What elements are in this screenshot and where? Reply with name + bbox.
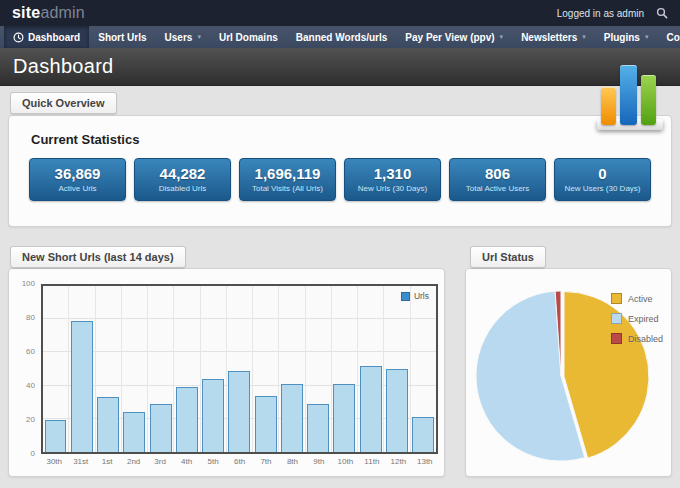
legend-item-active: Active bbox=[611, 293, 663, 304]
page-header: Dashboard bbox=[0, 48, 680, 86]
logo-primary: site bbox=[12, 4, 40, 21]
nav-item-short-urls[interactable]: Short Urls bbox=[89, 26, 155, 48]
clock-icon bbox=[13, 32, 24, 43]
bar-6th[interactable] bbox=[228, 371, 250, 452]
stat-box-new-users-30-days[interactable]: 0New Users (30 Days) bbox=[554, 158, 651, 201]
bar-chart-legend: Urls bbox=[401, 291, 429, 301]
bar-2nd[interactable] bbox=[123, 412, 145, 452]
bar-1st[interactable] bbox=[97, 397, 119, 452]
bar-13th[interactable] bbox=[412, 417, 434, 452]
x-tick-label: 1st bbox=[94, 457, 120, 466]
bar-9th[interactable] bbox=[307, 404, 329, 452]
current-statistics-panel: Current Statistics 36,869Active Urls44,2… bbox=[8, 115, 672, 227]
bar-7th[interactable] bbox=[255, 396, 277, 452]
nav-item-users[interactable]: Users▾ bbox=[156, 26, 210, 48]
x-tick-label: 12th bbox=[385, 457, 411, 466]
nav-item-configuration[interactable]: Configuration▾ bbox=[657, 26, 680, 48]
nav-item-newsletters[interactable]: Newsletters▾ bbox=[512, 26, 595, 48]
legend-item-expired: Expired bbox=[611, 313, 663, 324]
legend-swatch-expired bbox=[611, 313, 622, 324]
nav-item-label: Url Domains bbox=[219, 32, 278, 43]
bar-slot-5th bbox=[201, 286, 227, 452]
stats-row: 36,869Active Urls44,282Disabled Urls1,69… bbox=[9, 147, 671, 201]
y-tick-label: 60 bbox=[26, 347, 35, 356]
new-short-urls-tab[interactable]: New Short Urls (last 14 days) bbox=[10, 246, 186, 268]
caret-down-icon: ▾ bbox=[582, 33, 586, 41]
stat-value: 1,310 bbox=[345, 166, 440, 182]
y-tick-label: 40 bbox=[26, 381, 35, 390]
legend-swatch-disabled bbox=[611, 333, 622, 344]
legend-label-urls: Urls bbox=[414, 291, 429, 301]
pie-chart-legend: ActiveExpiredDisabled bbox=[611, 293, 663, 353]
bar-slot-1st bbox=[96, 286, 122, 452]
pie-chart-panel: ActiveExpiredDisabled bbox=[465, 268, 672, 477]
nav-item-label: Configuration bbox=[666, 32, 680, 43]
caret-down-icon: ▾ bbox=[500, 33, 504, 41]
main-nav: DashboardShort UrlsUsers▾Url DomainsBann… bbox=[0, 26, 680, 48]
bar-slot-12th bbox=[384, 286, 410, 452]
bar-chart-x-axis: 30th31st1st2nd3rd4th5th6th7th8th9th10th1… bbox=[41, 457, 438, 466]
content-area: Quick Overview Current Statistics 36,869… bbox=[0, 86, 680, 488]
bar-slot-4th bbox=[174, 286, 200, 452]
stat-label: New Users (30 Days) bbox=[555, 184, 650, 193]
section-title: Current Statistics bbox=[9, 116, 671, 147]
stat-box-active-urls[interactable]: 36,869Active Urls bbox=[29, 158, 126, 201]
search-icon[interactable] bbox=[656, 7, 668, 19]
url-status-tab[interactable]: Url Status bbox=[470, 246, 546, 268]
stat-value: 806 bbox=[450, 166, 545, 182]
bar-chart-y-axis: 020406080100 bbox=[15, 284, 39, 454]
caret-down-icon: ▾ bbox=[645, 33, 649, 41]
legend-label: Active bbox=[628, 294, 653, 304]
bar-3rd[interactable] bbox=[150, 404, 172, 452]
chart-icon-blue-bar bbox=[620, 65, 637, 125]
chart-icon-green-bar bbox=[641, 75, 656, 125]
chart-icon-orange-bar bbox=[601, 87, 616, 125]
bar-5th[interactable] bbox=[202, 379, 224, 452]
y-tick-label: 80 bbox=[26, 313, 35, 322]
quick-overview-tab[interactable]: Quick Overview bbox=[10, 92, 117, 114]
nav-item-label: Banned Words/urls bbox=[296, 32, 388, 43]
bar-31st[interactable] bbox=[71, 321, 93, 452]
bar-11th[interactable] bbox=[360, 366, 382, 452]
logo-secondary: admin bbox=[40, 4, 85, 21]
bar-30th[interactable] bbox=[45, 420, 67, 452]
x-tick-label: 11th bbox=[359, 457, 385, 466]
bar-slot-31st bbox=[69, 286, 95, 452]
stat-box-disabled-urls[interactable]: 44,282Disabled Urls bbox=[134, 158, 231, 201]
x-tick-label: 8th bbox=[279, 457, 305, 466]
bar-slot-9th bbox=[306, 286, 332, 452]
logged-in-status: Logged in as admin bbox=[557, 8, 644, 19]
bar-4th[interactable] bbox=[176, 387, 198, 452]
nav-item-label: Users bbox=[165, 32, 193, 43]
stat-box-total-visits-all-urls[interactable]: 1,696,119Total Visits (All Urls) bbox=[239, 158, 336, 201]
nav-item-dashboard[interactable]: Dashboard bbox=[4, 26, 89, 48]
nav-item-url-domains[interactable]: Url Domains bbox=[210, 26, 287, 48]
y-tick-label: 0 bbox=[31, 449, 35, 458]
bar-slot-8th bbox=[279, 286, 305, 452]
nav-item-label: Newsletters bbox=[521, 32, 577, 43]
x-tick-label: 5th bbox=[200, 457, 226, 466]
page-title: Dashboard bbox=[13, 55, 114, 78]
x-tick-label: 31st bbox=[67, 457, 93, 466]
bar-10th[interactable] bbox=[333, 384, 355, 452]
bar-slot-13th bbox=[411, 286, 436, 452]
nav-item-pay-per-view-ppv[interactable]: Pay Per View (ppv)▾ bbox=[396, 26, 512, 48]
stat-box-total-active-users[interactable]: 806Total Active Users bbox=[449, 158, 546, 201]
bar-chart: 020406080100 Urls 30th31st1st2nd3rd4th5t… bbox=[15, 284, 440, 472]
bar-8th[interactable] bbox=[281, 384, 303, 452]
bar-slot-6th bbox=[227, 286, 253, 452]
nav-item-label: Dashboard bbox=[28, 32, 80, 43]
y-tick-label: 100 bbox=[22, 279, 35, 288]
bar-12th[interactable] bbox=[386, 369, 408, 452]
legend-label: Disabled bbox=[628, 334, 663, 344]
bar-slot-2nd bbox=[122, 286, 148, 452]
x-tick-label: 10th bbox=[332, 457, 358, 466]
stat-label: Total Active Users bbox=[450, 184, 545, 193]
legend-swatch-active bbox=[611, 293, 622, 304]
nav-item-plugins[interactable]: Plugins▾ bbox=[595, 26, 658, 48]
stat-label: New Urls (30 Days) bbox=[345, 184, 440, 193]
stat-label: Active Urls bbox=[30, 184, 125, 193]
nav-item-banned-words-urls[interactable]: Banned Words/urls bbox=[287, 26, 397, 48]
stat-box-new-urls-30-days[interactable]: 1,310New Urls (30 Days) bbox=[344, 158, 441, 201]
x-tick-label: 3rd bbox=[147, 457, 173, 466]
